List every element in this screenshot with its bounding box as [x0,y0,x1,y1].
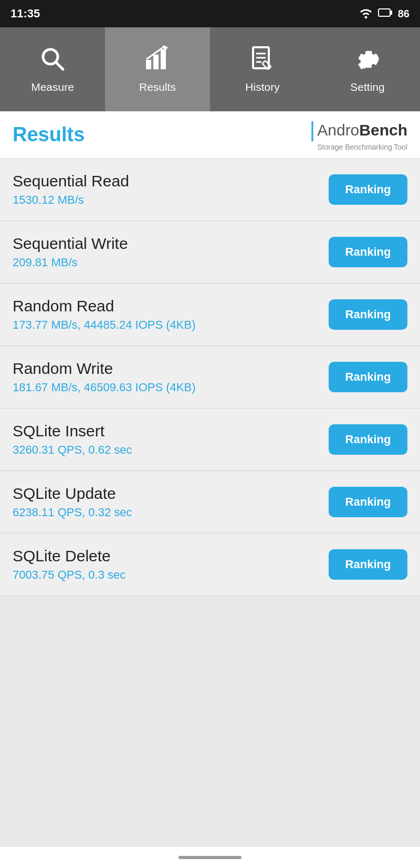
result-value: 173.77 MB/s, 44485.24 IOPS (4KB) [13,318,196,332]
result-item-random-write: Random Write 181.67 MB/s, 46509.63 IOPS … [0,346,420,409]
result-item-sqlite-delete: SQLite Delete 7003.75 QPS, 0.3 sec Ranki… [0,534,420,596]
tab-measure-label: Measure [31,81,74,93]
chart-icon [144,45,171,77]
tab-setting-label: Setting [350,81,384,93]
svg-rect-0 [379,9,390,16]
result-info: Random Read 173.77 MB/s, 44485.24 IOPS (… [13,297,196,332]
result-name: SQLite Insert [13,422,132,440]
document-icon [249,45,276,77]
result-name: Random Write [13,360,196,378]
tab-results-label: Results [139,81,176,93]
result-info: Sequential Write 209.81 MB/s [13,235,128,269]
brand-name: | AndroBench [310,118,407,142]
result-info: Random Write 181.67 MB/s, 46509.63 IOPS … [13,360,196,394]
result-value: 6238.11 QPS, 0.32 sec [13,506,132,519]
result-name: SQLite Delete [13,547,125,565]
page-title: Results [13,123,85,146]
result-info: SQLite Insert 3260.31 QPS, 0.62 sec [13,422,132,457]
result-value: 181.67 MB/s, 46509.63 IOPS (4KB) [13,381,196,394]
result-name: Random Read [13,297,196,315]
ranking-button-sqlite-update[interactable]: Ranking [329,487,407,517]
result-value: 3260.31 QPS, 0.62 sec [13,443,132,457]
result-name: SQLite Update [13,485,132,503]
result-item-sqlite-update: SQLite Update 6238.11 QPS, 0.32 sec Rank… [0,471,420,534]
battery-level: 86 [398,8,410,20]
wifi-icon [359,7,373,21]
result-info: SQLite Update 6238.11 QPS, 0.32 sec [13,485,132,519]
result-info: Sequential Read 1530.12 MB/s [13,172,129,207]
brand-subtitle: Storage Benchmarking Tool [317,143,407,151]
result-value: 209.81 MB/s [13,256,128,269]
svg-line-5 [56,62,63,69]
result-value: 7003.75 QPS, 0.3 sec [13,568,125,582]
result-name: Sequential Read [13,172,129,190]
ranking-button-sqlite-insert[interactable]: Ranking [329,424,407,455]
result-item-sqlite-insert: SQLite Insert 3260.31 QPS, 0.62 sec Rank… [0,409,420,471]
result-item-random-read: Random Read 173.77 MB/s, 44485.24 IOPS (… [0,284,420,346]
result-item-sequential-write: Sequential Write 209.81 MB/s Ranking [0,221,420,284]
bottom-bar [0,847,420,868]
tab-measure[interactable]: Measure [0,27,105,111]
svg-rect-8 [161,49,166,69]
result-item-sequential-read: Sequential Read 1530.12 MB/s Ranking [0,159,420,221]
home-indicator [178,856,242,859]
svg-rect-6 [146,60,151,69]
status-bar: 11:35 86 [0,0,420,27]
status-icons: 86 [359,7,410,21]
search-icon [39,45,66,77]
brand-andro: Andro [317,121,359,139]
tab-bar: Measure Results [0,27,420,111]
bottom-spacer [0,596,420,743]
result-value: 1530.12 MB/s [13,193,129,207]
result-name: Sequential Write [13,235,128,253]
tab-history[interactable]: History [210,27,315,111]
svg-rect-3 [390,11,392,14]
status-time: 11:35 [10,7,40,20]
tab-results[interactable]: Results [105,27,210,111]
ranking-button-rand-read[interactable]: Ranking [329,299,407,330]
svg-rect-7 [153,55,159,69]
ranking-button-rand-write[interactable]: Ranking [329,362,407,392]
brand-logo: | AndroBench Storage Benchmarking Tool [310,118,407,151]
ranking-button-seq-read[interactable]: Ranking [329,174,407,205]
tab-setting[interactable]: Setting [315,27,420,111]
result-info: SQLite Delete 7003.75 QPS, 0.3 sec [13,547,125,582]
brand-bench: Bench [359,121,407,139]
ranking-button-seq-write[interactable]: Ranking [329,237,407,267]
page-header: Results | AndroBench Storage Benchmarkin… [0,111,420,159]
ranking-button-sqlite-delete[interactable]: Ranking [329,549,407,580]
gear-icon [354,45,381,77]
battery-outline-icon [378,8,393,20]
results-list: Sequential Read 1530.12 MB/s Ranking Seq… [0,159,420,596]
tab-history-label: History [245,81,279,93]
brand-pipe: | [310,118,315,142]
